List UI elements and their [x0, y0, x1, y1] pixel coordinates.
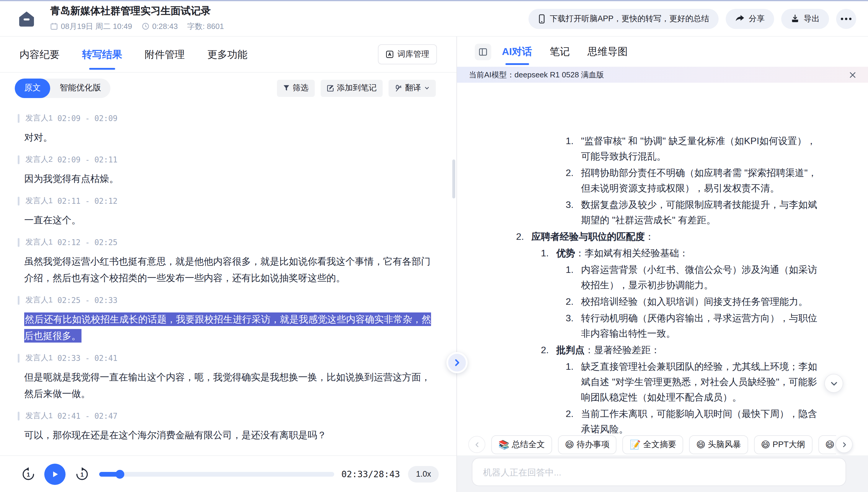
tab-mindmap[interactable]: 思维导图	[588, 36, 628, 67]
progress-knob[interactable]	[115, 470, 124, 478]
entry-text[interactable]: 对对。	[24, 129, 434, 146]
speaker-name: 发言人1	[25, 411, 53, 421]
chip-label: 待办事项	[577, 439, 610, 450]
entry-label: 发言人1 02:33 - 02:41	[18, 352, 434, 363]
chips-scroll-right-button[interactable]	[836, 436, 853, 453]
chip-label: 总结全文	[512, 439, 545, 450]
ai-chat-content[interactable]: 1. "监督审核" 和 "协调" 缺乏量化标准（如KPI如何设置），可能导致执行…	[457, 119, 868, 434]
ai-item-text: 招聘协助部分责任不明确（如应聘者需 "探索招聘渠道"，但未说明资源支持或权限），…	[581, 165, 823, 196]
calendar-icon	[50, 22, 58, 30]
transcript-entry[interactable]: 发言人1 02:41 - 02:47 可以，那你现在还是在这个海尔消费金融有限公…	[18, 411, 434, 444]
progress-bar[interactable]	[99, 472, 334, 476]
tab-more-features[interactable]: 更多功能	[207, 36, 248, 72]
playback-speed-button[interactable]: 1.0x	[408, 466, 439, 482]
transcript-entry[interactable]: 发言人2 02:09 - 02:11 因为我觉得有点枯燥。	[18, 154, 434, 187]
ai-panel: AI对话 笔记 思维导图 当前AI模型：deepseek R1 0528 满血版…	[457, 36, 868, 492]
download-app-button[interactable]: 下载打开听脑APP，更快的转写，更好的总结	[529, 8, 719, 29]
ai-item-number: 3.	[566, 311, 581, 341]
close-banner-button[interactable]	[849, 71, 856, 78]
transcript-scrollbar[interactable]	[452, 159, 455, 198]
quick-action-chip[interactable]: 😄 头脑风暴	[689, 435, 748, 454]
translate-button[interactable]: 翻译	[388, 79, 436, 97]
play-button[interactable]	[44, 463, 66, 485]
ai-item-number: 2.	[541, 343, 556, 358]
transcript-list[interactable]: 发言人1 02:09 - 02:09 对对。 发言人2 02:09 - 02:1…	[0, 103, 456, 456]
chip-label: 头脑风暴	[708, 439, 741, 450]
word-count: 字数: 8601	[187, 21, 224, 32]
transcript-entry[interactable]: 发言人1 02:33 - 02:41 但是呃就是我觉得一直在输出这个内容，呃，我…	[18, 352, 434, 402]
transcript-entry[interactable]: 发言人1 02:25 - 02:33 然后还有比如说校招生成长的话题，我要跟校招…	[18, 295, 434, 344]
quick-action-chip[interactable]: 📝 全文摘要	[623, 435, 683, 454]
speaker-bar	[18, 196, 20, 205]
ai-list-item: 3. 数据复盘涉及较少，可能限制应聘者技能提升，与李如斌期望的 "社群运营成长"…	[566, 197, 823, 228]
ai-item-text: 优势：李如斌有相关经验基础：	[556, 246, 823, 261]
chevron-right-icon	[841, 441, 848, 448]
collapse-panel-button[interactable]	[475, 43, 491, 60]
quick-action-chip[interactable]: 😄 批判性思维	[818, 435, 836, 454]
layout-panel-icon	[478, 47, 488, 56]
entry-label: 发言人2 02:09 - 02:11	[18, 154, 434, 165]
entry-text[interactable]: 但是呃就是我觉得一直在输出这个内容，呃，我觉得确实是我想换一换，比如说换到运营这…	[24, 369, 434, 402]
scroll-to-bottom-button[interactable]	[824, 374, 843, 393]
entry-text[interactable]: 然后还有比如说校招生成长的话题，我要跟校招生进行采访，就是我感觉这些内容确实非常…	[24, 311, 434, 344]
share-icon	[735, 14, 745, 23]
ai-list-item: 2. 校招培训经验（如入职培训）间接支持任务管理能力。	[566, 294, 823, 310]
ai-panel-header: AI对话 笔记 思维导图	[457, 36, 868, 67]
ai-list-item: 2. 招聘协助部分责任不明确（如应聘者需 "探索招聘渠道"，但未说明资源支持或权…	[566, 165, 823, 196]
add-to-note-button[interactable]: 添加到笔记	[320, 79, 383, 97]
chip-emoji-icon: 😄	[825, 439, 834, 450]
close-icon	[849, 71, 856, 78]
audio-player: 1 1 02:33/28:43 1.0x	[0, 456, 456, 492]
chevron-down-icon	[829, 379, 838, 388]
export-button[interactable]: 导出	[781, 8, 829, 29]
chips-scroll-left-button[interactable]	[468, 436, 485, 453]
entry-text[interactable]: 因为我觉得有点枯燥。	[24, 171, 434, 187]
ai-chat-input[interactable]	[472, 458, 846, 486]
svg-text:1: 1	[80, 471, 83, 477]
entry-text[interactable]: 虽然我觉得运营小红书也挺有意思，就是他他内容很多，就是比如说你看我这个事情，它有…	[24, 253, 434, 287]
more-options-button[interactable]	[836, 8, 856, 29]
speaker-bar	[18, 155, 20, 164]
tab-ai-chat[interactable]: AI对话	[502, 36, 532, 67]
tab-transcription-result[interactable]: 转写结果	[82, 36, 122, 72]
filter-button[interactable]: 筛选	[277, 79, 314, 97]
header-actions: 下载打开听脑APP，更快的转写，更好的总结 分享 导出	[529, 8, 856, 29]
entry-label: 发言人1 02:09 - 02:09	[18, 113, 434, 123]
quick-action-chip[interactable]: 😄 PPT大纲	[754, 435, 812, 454]
speaker-bar	[18, 411, 20, 420]
ai-item-number: 2.	[566, 407, 581, 434]
entry-time: 02:11 - 02:12	[57, 196, 118, 205]
home-logo-icon[interactable]	[16, 8, 37, 29]
ai-list-item: 3. 转行动机明确（厌倦内容输出，寻求运营方向），与职位非内容输出特性一致。	[566, 311, 823, 341]
forward-1s-icon[interactable]: 1	[74, 466, 90, 482]
tab-notes[interactable]: 笔记	[550, 36, 570, 67]
dictionary-manage-button[interactable]: 词库管理	[378, 44, 437, 65]
view-toggle: 原文 智能优化版	[15, 78, 110, 98]
speaker-name: 发言人2	[25, 154, 53, 165]
entry-text[interactable]: 可以，那你现在还是在这个海尔消费金融有限公司，是还没有离职是吗？	[24, 427, 434, 444]
entry-text[interactable]: 一直在这个。	[24, 212, 434, 228]
share-button[interactable]: 分享	[726, 8, 774, 29]
tab-content-summary[interactable]: 内容纪要	[20, 36, 60, 72]
translate-icon	[394, 84, 402, 92]
tab-attachments[interactable]: 附件管理	[145, 36, 185, 72]
chevron-right-icon	[452, 358, 462, 367]
ai-item-text: 缺乏直接管理社会兼职团队的经验，尤其线上环境；李如斌自述 "对学生管理更熟悉，对…	[581, 359, 823, 405]
chevron-down-icon	[424, 85, 430, 91]
speaker-bar	[18, 238, 20, 247]
date-meta: 08月19日 周二 10:49	[50, 21, 132, 32]
chip-label: 全文摘要	[643, 439, 676, 450]
toggle-original[interactable]: 原文	[15, 78, 50, 98]
header: 青岛新媒体社群管理实习生面试记录 08月19日 周二 10:49 0:28:43…	[0, 1, 868, 36]
transcript-entry[interactable]: 发言人1 02:09 - 02:09 对对。	[18, 113, 434, 146]
ai-item-number: 1.	[541, 246, 556, 261]
toggle-optimized[interactable]: 智能优化版	[50, 78, 110, 98]
app-window: 青岛新媒体社群管理实习生面试记录 08月19日 周二 10:49 0:28:43…	[0, 0, 868, 492]
transcript-entry[interactable]: 发言人1 02:12 - 02:25 虽然我觉得运营小红书也挺有意思，就是他他内…	[18, 237, 434, 287]
quick-action-chip[interactable]: 📚 总结全文	[491, 435, 552, 454]
transcript-entry[interactable]: 发言人1 02:11 - 02:12 一直在这个。	[18, 196, 434, 228]
quick-action-chip[interactable]: 😄 待办事项	[558, 435, 616, 454]
rewind-1s-icon[interactable]: 1	[21, 466, 36, 482]
ai-item-number: 2.	[566, 165, 581, 196]
expand-panel-button[interactable]	[446, 352, 468, 373]
